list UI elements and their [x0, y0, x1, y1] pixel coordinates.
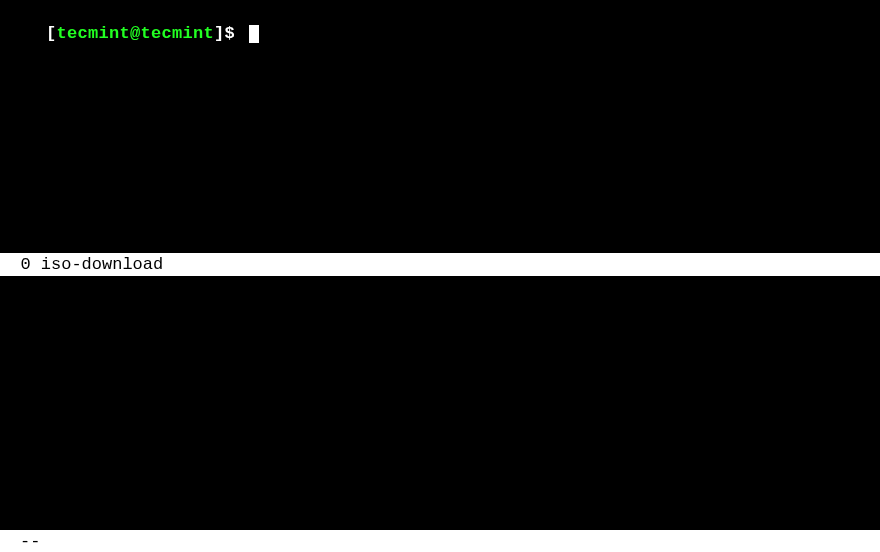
cursor-icon — [249, 25, 259, 43]
prompt-bracket-close: ] — [214, 24, 225, 43]
shell-prompt[interactable]: [tecmint@tecmint]$ — [4, 1, 259, 67]
terminal-pane-top[interactable]: [tecmint@tecmint]$ — [0, 0, 880, 253]
status-bar: 0 iso-download — [0, 253, 880, 276]
prompt-user-host: tecmint@tecmint — [57, 24, 215, 43]
terminal-pane-bottom[interactable] — [0, 276, 880, 530]
footer-bar: -- — [0, 530, 880, 552]
prompt-bracket-open: [ — [46, 24, 57, 43]
prompt-symbol: $ — [225, 24, 246, 43]
